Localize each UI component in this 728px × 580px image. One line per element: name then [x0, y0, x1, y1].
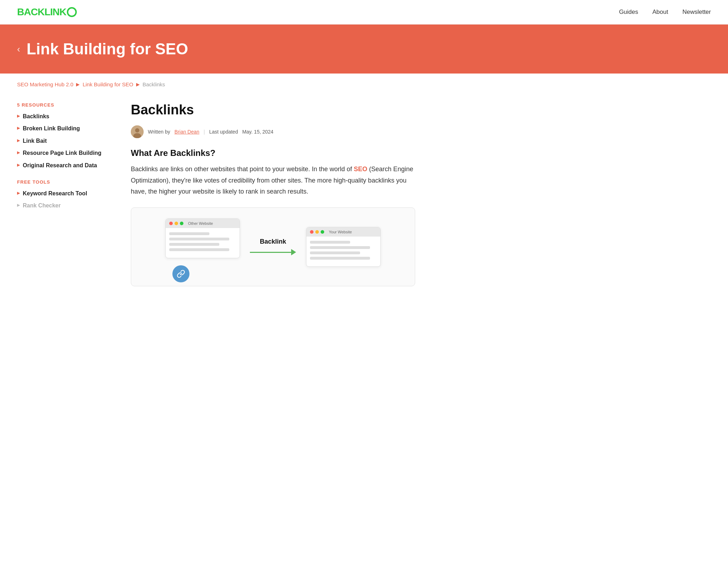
link-icon-svg: [177, 270, 185, 278]
sidebar-label-backlinks: Backlinks: [23, 113, 49, 120]
arrow-icon-keyword: ▶: [17, 191, 20, 195]
section-heading-what: What Are Backlinks?: [131, 148, 415, 158]
avatar-svg: [131, 125, 144, 138]
sidebar-item-resource-page[interactable]: ▶ Resource Page Link Building: [17, 149, 117, 157]
breadcrumb-current: Backlinks: [143, 81, 165, 87]
your-website-label: Your Website: [329, 230, 352, 234]
arrow-shaft: [250, 252, 291, 253]
line-r1: [310, 241, 350, 244]
sidebar: 5 RESOURCES ▶ Backlinks ▶ Broken Link Bu…: [17, 102, 117, 286]
line-r3: [310, 251, 360, 254]
nav-about[interactable]: About: [652, 9, 668, 16]
sidebar-label-keyword: Keyword Research Tool: [23, 190, 87, 197]
breadcrumb-sep-1: ▶: [76, 82, 80, 87]
sidebar-label-bait: Link Bait: [23, 137, 47, 145]
arrow-icon-bait: ▶: [17, 138, 20, 143]
line-2: [169, 238, 229, 240]
logo-circle: [67, 7, 77, 17]
back-icon[interactable]: ‹: [17, 44, 20, 55]
sidebar-tools-section: FREE TOOLS ▶ Keyword Research Tool ▶ Ran…: [17, 179, 117, 210]
svg-point-1: [135, 128, 139, 132]
site-logo[interactable]: BACKLINK: [17, 6, 77, 18]
dot-green-right: [321, 230, 324, 234]
sidebar-item-keyword-tool[interactable]: ▶ Keyword Research Tool: [17, 190, 117, 197]
breadcrumb-item-hub[interactable]: SEO Marketing Hub 2.0: [17, 81, 73, 87]
sidebar-item-link-bait[interactable]: ▶ Link Bait: [17, 137, 117, 145]
seo-link[interactable]: SEO: [354, 166, 367, 173]
line-1: [169, 232, 209, 235]
sidebar-label-resource: Resource Page Link Building: [23, 149, 101, 157]
arrow-area: Backlink: [250, 238, 296, 255]
main-content: 5 RESOURCES ▶ Backlinks ▶ Broken Link Bu…: [0, 95, 441, 300]
other-browser-body: [166, 228, 240, 258]
dot-yellow-left: [175, 222, 178, 225]
other-browser-bar: Other Website: [166, 219, 240, 228]
sidebar-resources-section: 5 RESOURCES ▶ Backlinks ▶ Broken Link Bu…: [17, 102, 117, 169]
sidebar-item-broken-link[interactable]: ▶ Broken Link Building: [17, 125, 117, 132]
sidebar-tools-heading: FREE TOOLS: [17, 179, 117, 185]
arrow-icon-research: ▶: [17, 163, 20, 167]
arrow-line: [250, 249, 296, 255]
sidebar-item-original-research[interactable]: ▶ Original Research and Data: [17, 162, 117, 169]
arrow-label: Backlink: [260, 238, 286, 245]
your-browser-body: [306, 237, 380, 266]
author-name-link[interactable]: Brian Dean: [175, 129, 199, 135]
dot-red-right: [310, 230, 314, 234]
line-3: [169, 243, 219, 246]
hero-title: Link Building for SEO: [27, 40, 188, 58]
sidebar-label-broken: Broken Link Building: [23, 125, 80, 132]
arrow-icon-resource: ▶: [17, 150, 20, 155]
sidebar-label-research: Original Research and Data: [23, 162, 97, 169]
breadcrumb-sep-2: ▶: [136, 82, 140, 87]
arrow-icon-broken: ▶: [17, 126, 20, 130]
article-content: Backlinks Written by Brian Dean | Last u…: [131, 102, 415, 286]
line-r4: [310, 257, 370, 260]
breadcrumb: SEO Marketing Hub 2.0 ▶ Link Building fo…: [0, 74, 728, 95]
nav-guides[interactable]: Guides: [619, 9, 638, 16]
dot-red-left: [169, 222, 173, 225]
main-nav: Guides About Newsletter: [619, 9, 711, 16]
backlink-diagram: Other Website: [131, 207, 415, 286]
your-browser-bar: Your Website: [306, 227, 380, 237]
author-avatar: [131, 125, 144, 138]
other-website-browser: Other Website: [165, 218, 240, 258]
dot-yellow-right: [315, 230, 319, 234]
breadcrumb-item-link-building[interactable]: Link Building for SEO: [82, 81, 133, 87]
site-header: BACKLINK Guides About Newsletter: [0, 0, 728, 25]
article-title: Backlinks: [131, 102, 415, 118]
other-website-label: Other Website: [188, 221, 213, 226]
author-prefix: Written by: [148, 129, 170, 135]
line-4: [169, 248, 229, 251]
last-updated-date: May. 15, 2024: [242, 129, 273, 135]
arrow-head: [291, 249, 296, 255]
link-icon-circle: [172, 265, 189, 282]
logo-text: BACKLINK: [17, 6, 66, 18]
sidebar-label-rank: Rank Checker: [23, 202, 61, 210]
arrow-icon-rank: ▶: [17, 203, 20, 207]
dot-green-left: [180, 222, 183, 225]
line-r2: [310, 246, 370, 249]
last-updated-prefix: Last updated: [209, 129, 238, 135]
author-meta: Written by Brian Dean | Last updated May…: [131, 125, 415, 138]
sidebar-resources-heading: 5 RESOURCES: [17, 102, 117, 108]
body-paragraph: Backlinks are links on other websites th…: [131, 164, 415, 197]
sidebar-item-backlinks[interactable]: ▶ Backlinks: [17, 113, 117, 120]
your-website-browser: Your Website: [306, 227, 381, 267]
left-browser-wrapper: Other Website: [165, 218, 240, 275]
author-divider: |: [204, 129, 205, 135]
hero-banner: ‹ Link Building for SEO: [0, 25, 728, 74]
arrow-icon-backlinks: ▶: [17, 114, 20, 118]
sidebar-item-rank-checker[interactable]: ▶ Rank Checker: [17, 202, 117, 210]
nav-newsletter[interactable]: Newsletter: [682, 9, 711, 16]
